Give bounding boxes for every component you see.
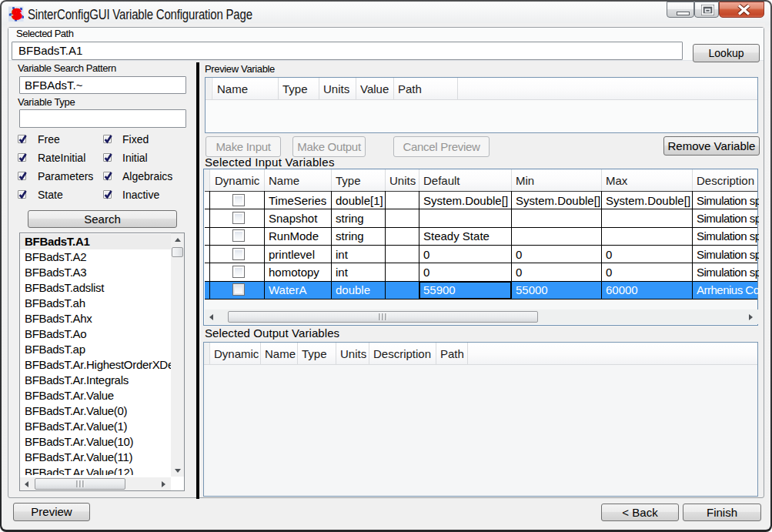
svg-text:S: S xyxy=(12,7,22,22)
